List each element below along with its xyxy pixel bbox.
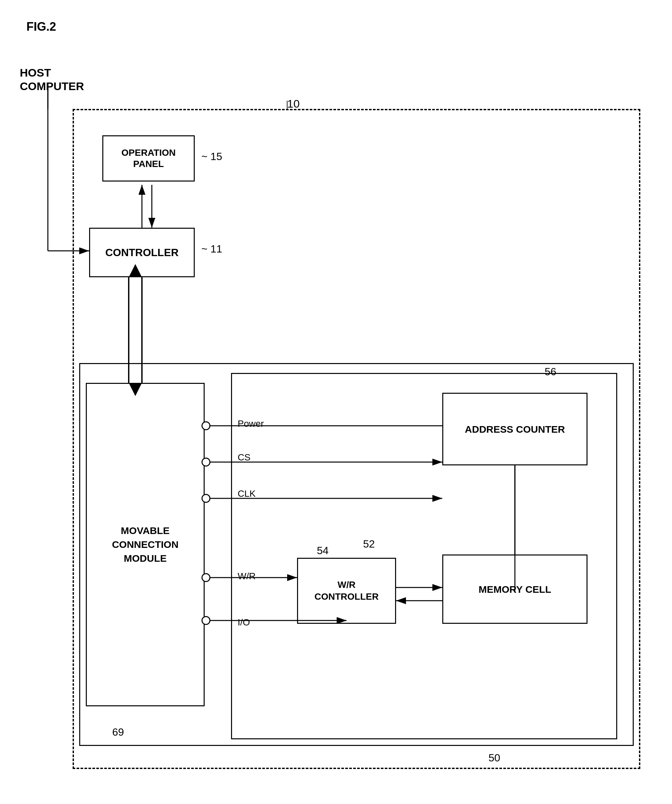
label-56: 56 <box>544 366 556 378</box>
signal-clk-label: CLK <box>238 489 255 499</box>
label-54: 54 <box>317 544 329 557</box>
label-15: ~ 15 <box>201 150 222 163</box>
mcm-box: MOVABLE CONNECTION MODULE <box>86 383 204 706</box>
controller-box: CONTROLLER <box>89 228 195 277</box>
host-computer-label: HOST COMPUTER <box>20 66 84 93</box>
signal-io-label: I/O <box>238 617 250 628</box>
fig-label: FIG.2 <box>26 20 56 34</box>
wr-controller-box: W/R CONTROLLER <box>297 558 396 624</box>
label-50: 50 <box>489 752 500 764</box>
signal-wr-label: W/R <box>238 571 255 582</box>
label-11: ~ 11 <box>201 243 222 255</box>
operation-panel-box: OPERATION PANEL <box>102 135 195 181</box>
label-69: 69 <box>112 726 124 738</box>
memory-cell-box: MEMORY CELL <box>442 554 587 624</box>
address-counter-box: ADDRESS COUNTER <box>442 393 587 466</box>
label-52: 52 <box>363 538 375 550</box>
signal-cs-label: CS <box>238 452 250 463</box>
label-10: 10 <box>287 97 300 110</box>
signal-power-label: Power <box>238 418 264 429</box>
